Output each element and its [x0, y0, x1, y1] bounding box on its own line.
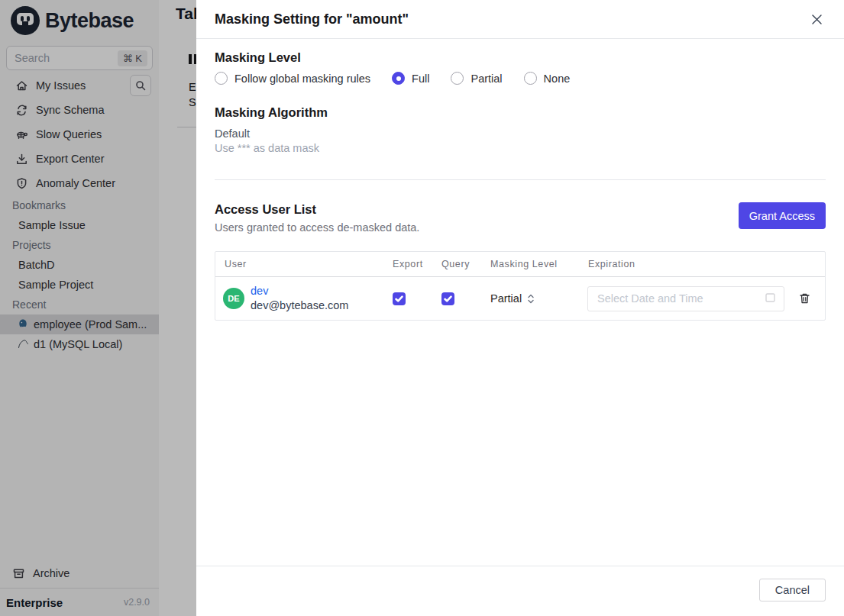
masking-level-select[interactable]: Partial: [484, 292, 582, 305]
masking-algorithm-heading: Masking Algorithm: [215, 105, 826, 120]
algorithm-description: Use *** as data mask: [215, 142, 826, 154]
section-divider: [215, 179, 826, 180]
avatar: DE: [223, 288, 244, 309]
radio-partial[interactable]: Partial: [451, 72, 502, 85]
column-header-export: Export: [386, 259, 435, 269]
radio-label: Full: [412, 73, 429, 85]
radio-none[interactable]: None: [524, 72, 571, 85]
grant-access-button[interactable]: Grant Access: [739, 202, 826, 229]
modal-body: Masking Level Follow global masking rule…: [196, 50, 844, 321]
export-cell: [386, 292, 435, 305]
modal-title: Masking Setting for "amount": [215, 11, 409, 27]
modal-header: Masking Setting for "amount": [196, 0, 844, 39]
column-header-user: User: [215, 259, 386, 269]
user-identity: dev dev@bytebase.com: [251, 284, 348, 313]
algorithm-name: Default: [215, 127, 826, 140]
column-header-expiration: Expiration: [582, 259, 790, 269]
user-email: dev@bytebase.com: [251, 298, 348, 313]
radio-icon: [392, 72, 405, 85]
access-header-text: Access User List Users granted to access…: [215, 202, 419, 234]
access-header-row: Access User List Users granted to access…: [215, 202, 826, 234]
table-row: DE dev dev@bytebase.com: [215, 277, 825, 320]
user-name-link[interactable]: dev: [251, 284, 348, 298]
calendar-icon: [765, 292, 776, 306]
query-checkbox[interactable]: [441, 292, 454, 305]
access-subtitle: Users granted to access de-masked data.: [215, 221, 419, 234]
close-icon[interactable]: [807, 10, 826, 28]
selected-masking-level: Partial: [490, 292, 522, 305]
actions-cell: [790, 290, 825, 307]
radio-follow-global[interactable]: Follow global masking rules: [215, 72, 370, 85]
radio-label: None: [544, 73, 571, 85]
expiration-input[interactable]: [597, 292, 765, 305]
export-checkbox[interactable]: [393, 292, 406, 305]
column-header-query: Query: [435, 259, 484, 269]
radio-label: Partial: [471, 73, 502, 85]
cancel-button[interactable]: Cancel: [759, 579, 826, 601]
column-header-masking-level: Masking Level: [484, 259, 582, 269]
radio-icon: [451, 72, 464, 85]
user-cell: DE dev dev@bytebase.com: [215, 284, 386, 313]
query-cell: [435, 292, 484, 305]
access-user-list-heading: Access User List: [215, 202, 419, 217]
modal-scrim[interactable]: [0, 0, 196, 616]
masking-setting-modal: Masking Setting for "amount" Masking Lev…: [196, 0, 844, 616]
radio-icon: [524, 72, 537, 85]
radio-icon: [215, 72, 228, 85]
trash-icon[interactable]: [796, 290, 813, 307]
expiration-datepicker[interactable]: [587, 286, 784, 311]
masking-level-heading: Masking Level: [215, 50, 826, 65]
radio-full[interactable]: Full: [392, 72, 429, 85]
radio-label: Follow global masking rules: [234, 73, 370, 85]
table-header-row: User Export Query Masking Level Expirati…: [215, 252, 825, 277]
chevron-updown-icon: [527, 293, 535, 305]
app-root: Bytebase ⌘ K My Issues Sync Schema: [0, 0, 844, 616]
masking-level-radio-group: Follow global masking rules Full Partial…: [215, 72, 826, 85]
expiration-cell: [582, 286, 790, 311]
modal-footer: Cancel: [196, 566, 844, 616]
access-user-table: User Export Query Masking Level Expirati…: [215, 251, 826, 321]
